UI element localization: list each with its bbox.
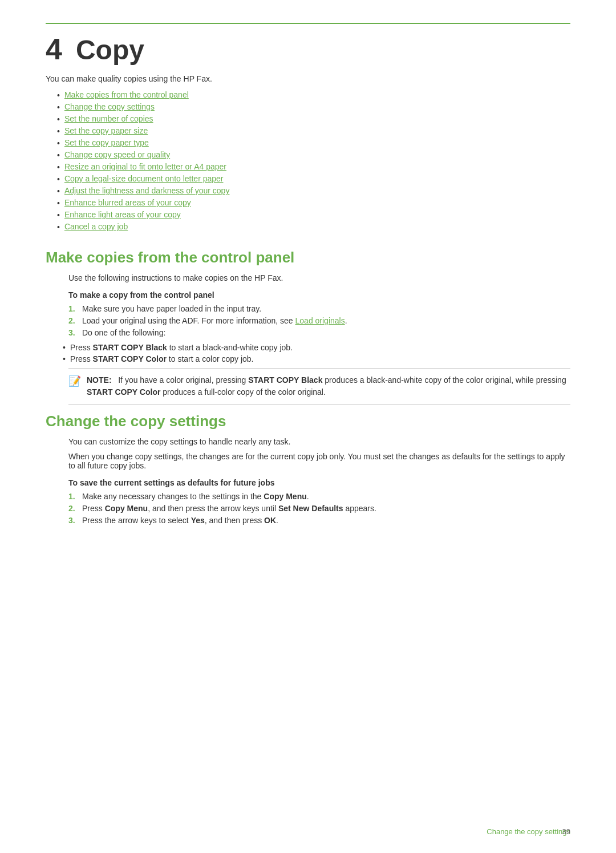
toc-link-10[interactable]: Enhance blurred areas of your copy [64, 198, 191, 207]
toc-link-5[interactable]: Set the copy paper type [64, 138, 149, 147]
top-rule [46, 23, 570, 24]
sub-bullet-2-text: Press START COPY Color to start a color … [70, 354, 254, 363]
toc-item-6: Change copy speed or quality [57, 150, 570, 160]
toc-item-5: Set the copy paper type [57, 138, 570, 148]
intro-text: You can make quality copies using the HP… [46, 74, 570, 83]
section-change-settings: Change the copy settings You can customi… [46, 413, 570, 525]
note-box: 📝 NOTE: If you have a color original, pr… [68, 368, 570, 405]
sub-bullet-1-text: Press START COPY Black to start a black-… [70, 343, 293, 352]
note-inner: 📝 NOTE: If you have a color original, pr… [68, 374, 570, 398]
toc-item-10: Enhance blurred areas of your copy [57, 198, 570, 208]
section-make-copies: Make copies from the control panel Use t… [46, 249, 570, 405]
toc-link-2[interactable]: Change the copy settings [64, 102, 155, 111]
step-num-1: 1. [68, 304, 76, 313]
toc-link-3[interactable]: Set the number of copies [64, 114, 153, 123]
toc-item-11: Enhance light areas of your copy [57, 210, 570, 220]
section2-step-text-3: Press the arrow keys to select Yes, and … [82, 516, 278, 525]
note-icon: 📝 [68, 375, 81, 387]
section1-heading: Make copies from the control panel [46, 249, 570, 266]
section1-steps: 1. Make sure you have paper loaded in th… [68, 304, 570, 337]
chapter-number: 4 [46, 34, 62, 64]
section2-step-text-1: Make any necessary changes to the settin… [82, 492, 309, 501]
step-num-3: 3. [68, 328, 76, 337]
toc-link-6[interactable]: Change copy speed or quality [64, 150, 170, 159]
toc-link-11[interactable]: Enhance light areas of your copy [64, 210, 181, 219]
toc-item-12: Cancel a copy job [57, 222, 570, 232]
note-label: NOTE: [87, 375, 112, 385]
toc-link-1[interactable]: Make copies from the control panel [64, 90, 189, 99]
footer-right-label: Change the copy settings [487, 827, 570, 836]
chapter-title: Copy [76, 37, 144, 64]
load-originals-link[interactable]: Load originals [295, 316, 345, 325]
section2-step-text-2: Press Copy Menu, and then press the arro… [82, 504, 376, 513]
toc-item-8: Copy a legal-size document onto letter p… [57, 174, 570, 184]
sub-bullet-list: Press START COPY Black to start a black-… [63, 343, 570, 363]
step-num-2: 2. [68, 316, 76, 325]
footer: Change the copy settings [0, 827, 616, 836]
toc-link-9[interactable]: Adjust the lightness and darkness of you… [64, 186, 230, 195]
section1-intro: Use the following instructions to make c… [68, 273, 570, 282]
step-text-3: Do one of the following: [82, 328, 165, 337]
toc-item-4: Set the copy paper size [57, 126, 570, 136]
section1-step-2: 2. Load your original using the ADF. For… [68, 316, 570, 325]
chapter-header: 4 Copy [46, 34, 570, 64]
section2-step-2: 2. Press Copy Menu, and then press the a… [68, 504, 570, 513]
toc-link-4[interactable]: Set the copy paper size [64, 126, 148, 135]
toc-item-7: Resize an original to fit onto letter or… [57, 162, 570, 172]
toc-item-1: Make copies from the control panel [57, 90, 570, 100]
section2-step-num-2: 2. [68, 504, 76, 513]
section2-para2: When you change copy settings, the chang… [68, 452, 570, 470]
section2-step-num-1: 1. [68, 492, 76, 501]
step-text-2: Load your original using the ADF. For mo… [82, 316, 347, 325]
section1-step-3: 3. Do one of the following: [68, 328, 570, 337]
toc-item-3: Set the number of copies [57, 114, 570, 124]
section2-step-num-3: 3. [68, 516, 76, 525]
toc-link-12[interactable]: Cancel a copy job [64, 222, 128, 231]
section1-subsection-heading: To make a copy from the control panel [68, 290, 570, 300]
sub-bullet-2: Press START COPY Color to start a color … [63, 354, 570, 363]
section2-step-3: 3. Press the arrow keys to select Yes, a… [68, 516, 570, 525]
section2-steps: 1. Make any necessary changes to the set… [68, 492, 570, 525]
toc-link-7[interactable]: Resize an original to fit onto letter or… [64, 162, 226, 171]
toc-link-8[interactable]: Copy a legal-size document onto letter p… [64, 174, 224, 183]
footer-page-number: 39 [562, 827, 570, 836]
toc-list: Make copies from the control panel Chang… [57, 90, 570, 232]
step-text-1: Make sure you have paper loaded in the i… [82, 304, 261, 313]
note-text: NOTE: If you have a color original, pres… [87, 374, 570, 398]
section2-step-1: 1. Make any necessary changes to the set… [68, 492, 570, 501]
toc-item-2: Change the copy settings [57, 102, 570, 112]
toc-item-9: Adjust the lightness and darkness of you… [57, 186, 570, 196]
section2-heading: Change the copy settings [46, 413, 570, 430]
sub-bullet-1: Press START COPY Black to start a black-… [63, 343, 570, 352]
section2-subsection-heading: To save the current settings as defaults… [68, 478, 570, 487]
section2-para1: You can customize the copy settings to h… [68, 437, 570, 446]
section1-step-1: 1. Make sure you have paper loaded in th… [68, 304, 570, 313]
